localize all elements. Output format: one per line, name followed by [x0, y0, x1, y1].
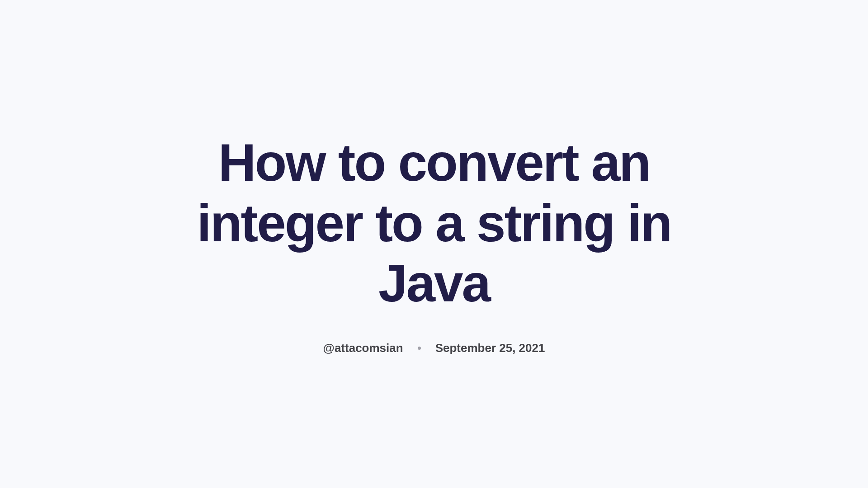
article-meta: @attacomsian September 25, 2021	[181, 341, 687, 355]
author-handle[interactable]: @attacomsian	[323, 341, 403, 355]
article-title: How to convert an integer to a string in…	[181, 133, 687, 314]
article-header: How to convert an integer to a string in…	[163, 133, 705, 355]
bullet-separator-icon	[418, 347, 421, 350]
publish-date: September 25, 2021	[435, 341, 545, 355]
